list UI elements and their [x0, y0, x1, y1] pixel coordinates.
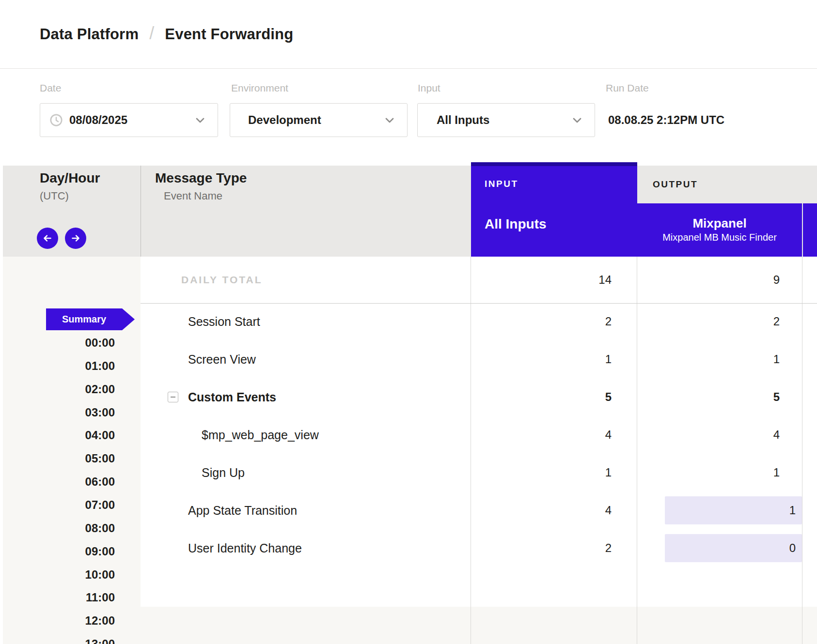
input-selected-value: All Inputs: [485, 216, 547, 232]
environment-value: Development: [248, 113, 321, 127]
input-count-cell: 4: [471, 416, 637, 454]
breadcrumb: Data Platform / Event Forwarding: [40, 0, 293, 68]
input-count-cell: 1: [471, 454, 637, 491]
date-select[interactable]: 08/08/2025: [40, 103, 218, 137]
chevron-down-icon: [193, 113, 207, 127]
breadcrumb-data-platform[interactable]: Data Platform: [40, 26, 139, 43]
input-count-cell: 4: [471, 491, 637, 529]
output-count-cell: 5: [637, 378, 802, 416]
hour-row-label[interactable]: 02:00: [3, 383, 115, 396]
breadcrumb-event-forwarding: Event Forwarding: [165, 26, 293, 43]
hour-row-label[interactable]: 01:00: [3, 359, 115, 373]
hour-row-label[interactable]: 00:00: [3, 336, 115, 350]
message-row: $mp_web_page_view44: [141, 416, 817, 454]
output-count-cell: 1: [637, 491, 802, 529]
hour-row-label[interactable]: 08:00: [3, 521, 115, 535]
output-count-cell: 0: [637, 529, 802, 567]
input-count-cell: 2: [471, 303, 637, 340]
message-type-title: Message Type: [155, 170, 247, 186]
event-name: Session Start: [188, 315, 260, 329]
input-count-cell: 1: [471, 340, 637, 378]
event-name: Sign Up: [202, 466, 245, 480]
arrow-left-icon: [41, 232, 54, 245]
table-footer-area: [141, 607, 817, 644]
daily-total-output-value: 9: [637, 257, 802, 303]
run-date-value: 08.08.25 2:12PM UTC: [608, 103, 724, 137]
input-label: Input: [418, 82, 440, 94]
output-count-highlight: 0: [665, 534, 802, 562]
daily-total-input-value: 14: [471, 257, 637, 303]
event-name: App State Transition: [188, 504, 297, 518]
daily-total-row: DAILY TOTAL 14 9: [141, 257, 817, 304]
previous-day-button[interactable]: [37, 228, 58, 249]
event-name: User Identity Change: [188, 541, 302, 555]
hour-row-label[interactable]: 07:00: [3, 498, 115, 512]
environment-select[interactable]: Development: [230, 103, 408, 137]
top-bar: Data Platform / Event Forwarding: [0, 0, 817, 69]
hour-row-label[interactable]: 13:00: [3, 637, 115, 644]
message-row: User Identity Change20: [141, 529, 817, 567]
hour-row-label[interactable]: 11:00: [3, 591, 115, 604]
chevron-down-icon: [570, 113, 584, 127]
event-name: Screen View: [188, 353, 256, 367]
message-type-subtitle: Event Name: [164, 190, 222, 202]
daily-total-label: DAILY TOTAL: [141, 257, 471, 303]
output-group-label: OUTPUT: [653, 166, 698, 203]
arrow-right-icon: [69, 232, 82, 245]
day-hour-subtitle: (UTC): [40, 190, 69, 202]
input-group-label: INPUT: [485, 179, 518, 189]
input-column-header[interactable]: INPUT All Inputs: [471, 162, 637, 257]
message-row: Sign Up11: [141, 454, 817, 491]
hour-row-label[interactable]: 10:00: [3, 568, 115, 582]
output-count-cell: 4: [637, 416, 802, 454]
collapse-minus-icon[interactable]: [168, 392, 178, 402]
header-divider: [141, 166, 141, 257]
output-mixpanel-header[interactable]: Mixpanel Mixpanel MB Music Finder: [637, 203, 802, 257]
chevron-down-icon: [383, 113, 396, 127]
hour-row-label[interactable]: 12:00: [3, 614, 115, 628]
event-name: $mp_web_page_view: [202, 428, 319, 442]
event-name: Custom Events: [188, 390, 276, 404]
hour-row-label[interactable]: 05:00: [3, 452, 115, 465]
message-row: App State Transition41: [141, 491, 817, 529]
hour-row-label[interactable]: 06:00: [3, 475, 115, 489]
input-count-cell: 5: [471, 378, 637, 416]
output-name: Mixpanel: [692, 216, 746, 230]
environment-label: Environment: [231, 82, 288, 94]
date-value: 08/08/2025: [69, 113, 127, 127]
input-selected-strip: [471, 162, 637, 166]
clock-icon: [49, 113, 63, 127]
next-day-button[interactable]: [65, 228, 86, 249]
output-column-partial: [803, 203, 817, 257]
summary-badge[interactable]: Summary: [46, 308, 135, 330]
input-select[interactable]: All Inputs: [417, 103, 595, 137]
date-label: Date: [40, 82, 61, 94]
input-count-cell: 2: [471, 529, 637, 567]
hour-row-label[interactable]: 03:00: [3, 406, 115, 419]
output-count-cell: 2: [637, 303, 802, 340]
output-count-cell: 1: [637, 340, 802, 378]
output-count-highlight: 1: [665, 496, 802, 524]
output-subtitle: Mixpanel MB Music Finder: [662, 230, 777, 244]
input-value: All Inputs: [437, 113, 489, 127]
message-row: Session Start22: [141, 303, 817, 340]
output-count-cell: 1: [637, 454, 802, 491]
day-hour-title: Day/Hour: [40, 170, 100, 186]
breadcrumb-separator: /: [149, 23, 154, 44]
hour-row-label[interactable]: 09:00: [3, 545, 115, 558]
message-row: Screen View11: [141, 340, 817, 378]
message-row: Custom Events55: [141, 378, 817, 416]
run-date-label: Run Date: [606, 82, 649, 94]
hour-row-label[interactable]: 04:00: [3, 429, 115, 442]
event-forwarding-page: Data Platform / Event Forwarding Date En…: [0, 0, 817, 644]
